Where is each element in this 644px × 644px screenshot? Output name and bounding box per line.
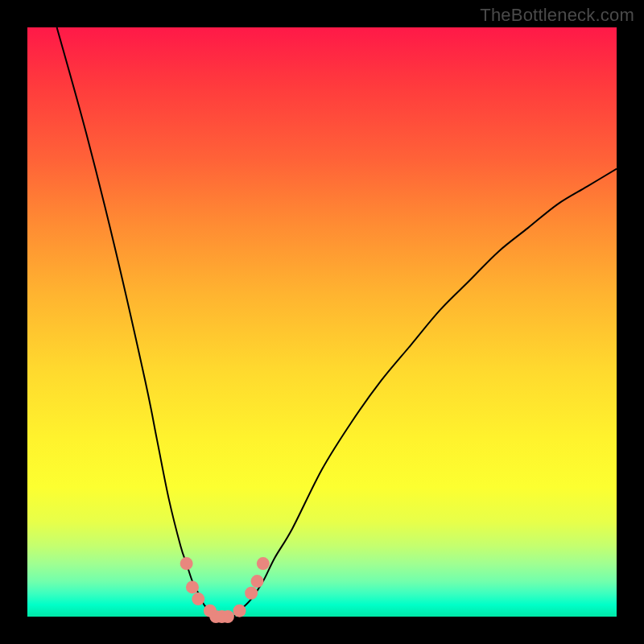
data-marker	[233, 605, 246, 617]
data-marker	[192, 592, 204, 605]
data-marker	[186, 580, 199, 593]
attribution-text: TheBottleneck.com	[480, 5, 634, 26]
bottleneck-curve	[57, 27, 617, 617]
chart-svg	[27, 27, 617, 617]
chart-plot-area	[27, 27, 617, 617]
data-marker	[221, 610, 234, 623]
marker-group	[180, 557, 270, 623]
data-marker	[250, 575, 263, 588]
data-marker	[245, 587, 258, 600]
data-marker	[257, 557, 270, 570]
data-marker	[180, 557, 193, 570]
